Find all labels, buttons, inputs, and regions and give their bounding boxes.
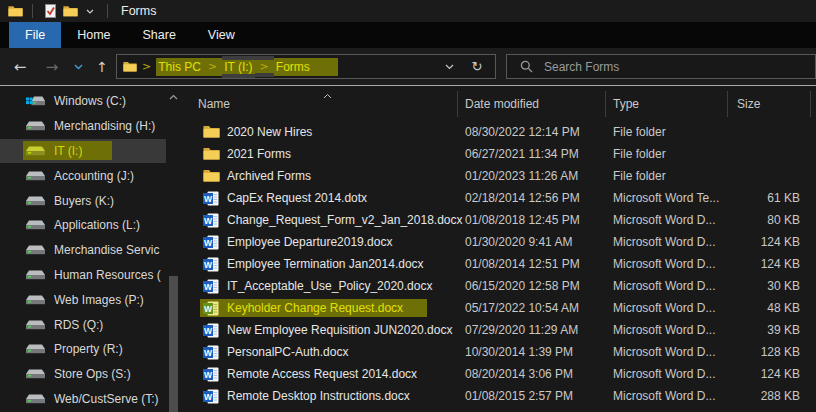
back-button[interactable]: ← — [4, 53, 36, 81]
file-type: File folder — [605, 125, 727, 139]
file-type: Microsoft Word D... — [605, 279, 727, 293]
file-row[interactable]: W CapEx Request 2014.dotx 02/18/2014 12:… — [195, 187, 816, 209]
file-row[interactable]: W Keyholder Change Request.docx 05/17/20… — [195, 297, 816, 319]
windows-drive-icon — [26, 95, 45, 107]
sidebar-drive-item[interactable]: IT (I:) — [0, 139, 166, 164]
svg-text:W: W — [204, 193, 213, 203]
sidebar-drive-item[interactable]: RDS (Q:) — [0, 312, 166, 337]
ribbon-tab[interactable]: View — [192, 22, 251, 48]
file-row[interactable]: W 2021 Forms 06/27/2021 11:34 PM File fo… — [195, 143, 816, 165]
file-name: Keyholder Change Request.docx — [227, 301, 403, 315]
address-dropdown-chevron-icon[interactable] — [435, 53, 463, 81]
sidebar-drive-item[interactable]: Store Ops (S:) — [0, 362, 166, 387]
file-type: File folder — [605, 169, 727, 183]
sidebar-item-label: Applications (L:) — [54, 218, 140, 232]
sidebar-drive-item[interactable]: Merchandising (H:) — [0, 114, 166, 139]
sidebar-drive-item[interactable]: Property (R:) — [0, 337, 166, 362]
file-row[interactable]: W Remote Desktop Instructions.docx 01/08… — [195, 385, 816, 407]
svg-text:W: W — [204, 259, 213, 269]
file-size: 124 KB — [727, 257, 810, 271]
file-name: 2020 New Hires — [227, 125, 312, 139]
ribbon-tab[interactable]: Share — [127, 22, 192, 48]
breadcrumb-chevron-icon: > — [137, 60, 156, 73]
file-date-modified: 01/08/2014 12:51 PM — [457, 257, 605, 271]
svg-text:W: W — [204, 281, 213, 291]
refresh-icon[interactable]: ↻ — [463, 53, 491, 81]
file-name: Employee Departure2019.docx — [227, 235, 392, 249]
customize-quick-access-chevron-icon[interactable] — [80, 1, 100, 21]
file-list: Name Date modified Type Size — [195, 86, 816, 412]
file-name: New Employee Requisition JUN2020.docx — [227, 323, 452, 337]
navigation-pane: Windows (C:) Merchandising (H:) — [0, 86, 195, 412]
sidebar-drive-item[interactable]: Web Images (P:) — [0, 287, 166, 312]
sidebar-drive-item[interactable]: Windows (C:) — [0, 89, 166, 114]
file-date-modified: 01/30/2020 9:41 AM — [457, 235, 605, 249]
column-header-date-modified[interactable]: Date modified — [465, 97, 539, 111]
ribbon-tab[interactable]: File — [9, 22, 61, 48]
app-folder-icon — [5, 1, 25, 21]
file-type: Microsoft Word Te... — [605, 191, 727, 205]
word-document-icon: W — [203, 323, 220, 338]
sidebar-drive-item[interactable]: Merchandise Servic — [0, 238, 166, 263]
address-bar[interactable]: > This PC > IT (I:) > Forms ↻ — [116, 54, 496, 79]
file-type: Microsoft Word D... — [605, 367, 727, 381]
file-type: Microsoft Word D... — [605, 235, 727, 249]
search-input[interactable]: Search Forms — [506, 54, 816, 79]
sidebar-drive-item[interactable]: Human Resources ( — [0, 263, 166, 288]
file-row[interactable]: W Employee Termination Jan2014.docx 01/0… — [195, 253, 816, 275]
file-row[interactable]: W New Employee Requisition JUN2020.docx … — [195, 319, 816, 341]
sidebar-scroll-up-icon[interactable] — [166, 89, 180, 103]
file-size: 80 KB — [727, 213, 810, 227]
file-size: 61 KB — [727, 191, 810, 205]
file-size: 30 KB — [727, 279, 810, 293]
sidebar-item-label: RDS (Q:) — [54, 318, 103, 332]
ribbon-tab[interactable]: Home — [61, 22, 126, 48]
column-header-size[interactable]: Size — [737, 97, 760, 111]
sidebar-drive-item[interactable]: Web/CustServe (T:) — [0, 387, 166, 412]
folder-icon — [203, 147, 220, 162]
file-row[interactable]: W PersonalPC-Auth.docx 10/30/2014 1:39 P… — [195, 341, 816, 363]
breadcrumb-forms[interactable]: Forms — [274, 60, 312, 74]
sidebar-item-label: Property (R:) — [54, 342, 123, 356]
sidebar-item-label: Store Ops (S:) — [54, 367, 131, 381]
file-date-modified: 08/20/2014 3:06 PM — [457, 367, 605, 381]
file-date-modified: 08/30/2022 12:14 PM — [457, 125, 605, 139]
column-separator[interactable] — [810, 91, 811, 117]
file-row[interactable]: W Employee Departure2019.docx 01/30/2020… — [195, 231, 816, 253]
word-document-icon: W — [203, 345, 220, 360]
file-row[interactable]: W Archived Forms 01/20/2023 11:26 AM Fil… — [195, 165, 816, 187]
sidebar-drive-item[interactable]: Accounting (J:) — [0, 163, 166, 188]
file-row[interactable]: W IT_Acceptable_Use_Policy_2020.docx 06/… — [195, 275, 816, 297]
network-drive-icon — [26, 343, 45, 355]
forward-button[interactable]: → — [36, 53, 68, 81]
sidebar-drive-item[interactable]: Buyers (K:) — [0, 188, 166, 213]
column-header-type[interactable]: Type — [613, 97, 639, 111]
column-separator[interactable] — [457, 91, 458, 117]
network-drive-icon — [26, 319, 45, 331]
sidebar-item-label: Accounting (J:) — [54, 169, 134, 183]
file-row[interactable]: W Change_Request_Form_v2_Jan_2018.docx 0… — [195, 209, 816, 231]
file-name: Remote Access Request 2014.docx — [227, 367, 417, 381]
sidebar-scrollbar[interactable] — [169, 276, 178, 412]
sidebar-item-label: Merchandising (H:) — [54, 119, 155, 133]
recent-locations-chevron-icon[interactable] — [68, 53, 88, 81]
up-button[interactable]: ↑ — [88, 53, 116, 81]
breadcrumb-this-pc[interactable]: This PC — [156, 60, 203, 74]
file-size: 124 KB — [727, 367, 810, 381]
sidebar-item-label: Windows (C:) — [54, 94, 126, 108]
file-row[interactable]: W Remote Access Request 2014.docx 08/20/… — [195, 363, 816, 385]
file-size: 288 KB — [727, 389, 810, 403]
file-row[interactable]: W 2020 New Hires 08/30/2022 12:14 PM Fil… — [195, 121, 816, 143]
file-type: Microsoft Word D... — [605, 389, 727, 403]
column-separator[interactable] — [605, 91, 606, 117]
file-name: Employee Termination Jan2014.docx — [227, 257, 424, 271]
new-folder-icon[interactable] — [60, 1, 80, 21]
titlebar-separator — [107, 4, 108, 18]
properties-icon[interactable] — [40, 1, 60, 21]
breadcrumb-it-drive[interactable]: IT (I:) — [222, 60, 254, 74]
column-separator[interactable] — [727, 91, 728, 117]
network-drive-icon — [26, 219, 45, 231]
network-drive-icon — [26, 368, 45, 380]
sidebar-drive-item[interactable]: Applications (L:) — [0, 213, 166, 238]
column-header-name[interactable]: Name — [198, 97, 230, 111]
